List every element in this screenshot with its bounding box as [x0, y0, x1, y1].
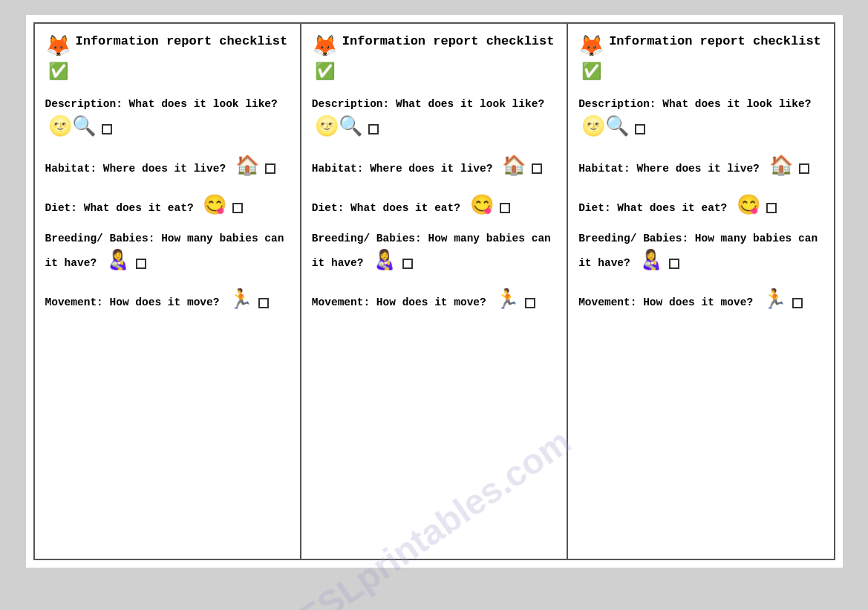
house-icon: 🏠	[769, 152, 793, 181]
section-habitat-label: Habitat: Where does it live?	[578, 163, 766, 175]
section-diet-content: Diet: What does it eat? 😋	[312, 192, 556, 221]
section-movement: Movement: How does it move? 🏃	[578, 286, 823, 315]
cards-row: 🦊Information report checklist ✅Descripti…	[33, 22, 835, 560]
card-title: 🦊Information report checklist ✅	[312, 33, 556, 85]
section-description-label: Description: What does it look like?	[312, 98, 544, 110]
animal-icon: 🦊	[312, 33, 338, 62]
baby-icon: 👩‍🍼	[373, 247, 397, 276]
checklist-icon: ✅	[315, 62, 335, 85]
habitat-checkbox[interactable]	[799, 163, 809, 174]
section-breeding-content: Breeding/ Babies: How many babies can it…	[578, 231, 823, 276]
section-description-label: Description: What does it look like?	[578, 98, 811, 110]
section-movement-content: Movement: How does it move? 🏃	[312, 286, 556, 315]
section-diet: Diet: What does it eat? 😋	[312, 192, 556, 221]
card-title: 🦊Information report checklist ✅	[45, 33, 290, 85]
diet-checkbox[interactable]	[500, 203, 510, 213]
section-habitat-content: Habitat: Where does it live? 🏠	[312, 152, 556, 181]
title-text: Information report checklist	[609, 33, 821, 51]
diet-checkbox[interactable]	[766, 203, 777, 213]
section-movement: Movement: How does it move? 🏃	[312, 286, 556, 315]
section-diet: Diet: What does it eat? 😋	[578, 192, 823, 221]
section-description-content: Description: What does it look like? 🌝🔍	[312, 97, 556, 142]
habitat-checkbox[interactable]	[265, 163, 275, 174]
card-title: 🦊Information report checklist ✅	[578, 33, 823, 85]
movement-checkbox[interactable]	[258, 298, 269, 308]
section-habitat: Habitat: Where does it live? 🏠	[312, 152, 556, 181]
section-movement-content: Movement: How does it move? 🏃	[45, 286, 290, 315]
section-movement-label: Movement: How does it move?	[45, 296, 226, 308]
section-habitat-content: Habitat: Where does it live? 🏠	[45, 152, 290, 181]
title-text: Information report checklist	[76, 33, 288, 51]
eating-face-icon: 😋	[737, 192, 760, 221]
section-breeding: Breeding/ Babies: How many babies can it…	[312, 231, 556, 276]
magnifying-glass-icon: 🌝🔍	[581, 113, 629, 142]
breeding-checkbox[interactable]	[669, 259, 679, 269]
description-checkbox[interactable]	[368, 124, 379, 134]
running-figure-icon: 🏃	[495, 286, 519, 315]
house-icon: 🏠	[502, 152, 526, 181]
section-habitat-label: Habitat: Where does it live?	[45, 163, 232, 175]
section-breeding-label: Breeding/ Babies: How many babies can it…	[578, 233, 818, 270]
section-description-content: Description: What does it look like? 🌝🔍	[45, 97, 290, 142]
section-description-content: Description: What does it look like? 🌝🔍	[578, 97, 823, 142]
section-movement-label: Movement: How does it move?	[578, 296, 760, 308]
animal-icon: 🦊	[45, 33, 71, 62]
checklist-icon: ✅	[48, 62, 68, 85]
section-breeding: Breeding/ Babies: How many babies can it…	[578, 231, 823, 276]
section-diet-label: Diet: What does it eat?	[45, 202, 200, 214]
section-habitat-content: Habitat: Where does it live? 🏠	[578, 152, 823, 181]
section-breeding: Breeding/ Babies: How many babies can it…	[45, 231, 290, 276]
eating-face-icon: 😋	[470, 192, 494, 221]
animal-icon: 🦊	[578, 33, 604, 62]
habitat-checkbox[interactable]	[532, 163, 542, 174]
house-icon: 🏠	[235, 152, 259, 181]
section-movement: Movement: How does it move? 🏃	[45, 286, 290, 315]
checklist-icon: ✅	[581, 62, 601, 85]
description-checkbox[interactable]	[635, 124, 645, 134]
section-habitat: Habitat: Where does it live? 🏠	[578, 152, 823, 181]
section-description: Description: What does it look like? 🌝🔍	[578, 97, 823, 142]
magnifying-glass-icon: 🌝🔍	[48, 113, 96, 142]
section-diet: Diet: What does it eat? 😋	[45, 192, 290, 221]
section-breeding-content: Breeding/ Babies: How many babies can it…	[45, 231, 290, 276]
section-diet-content: Diet: What does it eat? 😋	[578, 192, 823, 221]
eating-face-icon: 😋	[203, 192, 226, 221]
section-habitat-label: Habitat: Where does it live?	[312, 163, 499, 175]
section-breeding-label: Breeding/ Babies: How many babies can it…	[312, 233, 551, 270]
breeding-checkbox[interactable]	[136, 259, 146, 269]
section-habitat: Habitat: Where does it live? 🏠	[45, 152, 290, 181]
title-text: Information report checklist	[342, 33, 555, 51]
card-3: 🦊Information report checklist ✅Descripti…	[568, 24, 833, 559]
card-2: 🦊Information report checklist ✅Descripti…	[301, 24, 568, 559]
section-diet-label: Diet: What does it eat?	[312, 202, 467, 214]
movement-checkbox[interactable]	[525, 298, 535, 308]
movement-checkbox[interactable]	[792, 298, 803, 308]
page: 🦊Information report checklist ✅Descripti…	[26, 15, 843, 568]
section-description: Description: What does it look like? 🌝🔍	[312, 97, 556, 142]
magnifying-glass-icon: 🌝🔍	[315, 113, 362, 142]
running-figure-icon: 🏃	[229, 286, 252, 315]
section-movement-content: Movement: How does it move? 🏃	[578, 286, 823, 315]
running-figure-icon: 🏃	[763, 286, 786, 315]
section-description-label: Description: What does it look like?	[45, 98, 278, 110]
description-checkbox[interactable]	[102, 124, 112, 134]
card-1: 🦊Information report checklist ✅Descripti…	[35, 24, 301, 559]
baby-icon: 👩‍🍼	[639, 247, 663, 276]
section-breeding-label: Breeding/ Babies: How many babies can it…	[45, 233, 284, 270]
section-diet-content: Diet: What does it eat? 😋	[45, 192, 290, 221]
diet-checkbox[interactable]	[232, 203, 243, 213]
baby-icon: 👩‍🍼	[106, 247, 130, 276]
section-breeding-content: Breeding/ Babies: How many babies can it…	[312, 231, 556, 276]
section-description: Description: What does it look like? 🌝🔍	[45, 97, 290, 142]
section-movement-label: Movement: How does it move?	[312, 296, 493, 308]
section-diet-label: Diet: What does it eat?	[578, 202, 734, 214]
breeding-checkbox[interactable]	[402, 259, 413, 269]
